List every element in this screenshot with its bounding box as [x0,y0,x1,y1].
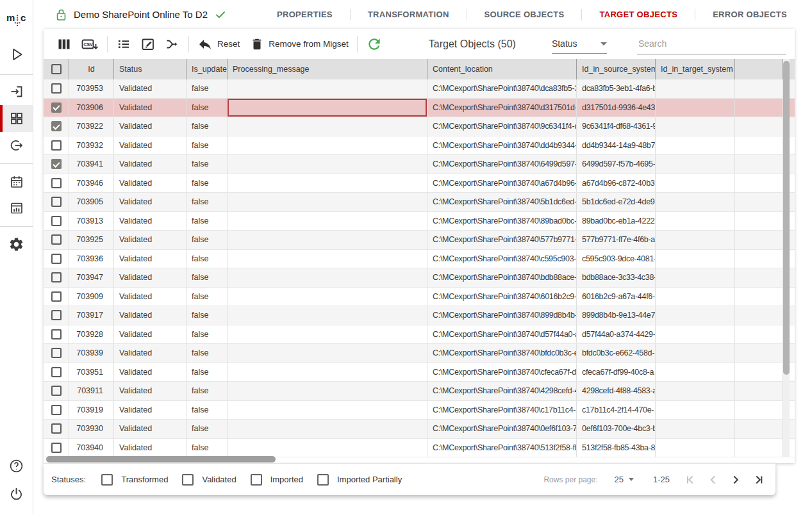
sidebar-item-help[interactable] [0,452,33,479]
row-checkbox[interactable] [51,83,62,94]
tab-target-objects[interactable]: TARGET OBJECTS [582,0,695,29]
column-header-id[interactable]: Id [69,59,114,79]
table-row[interactable]: 703917ValidatedfalseC:\MCexport\SharePoi… [44,306,795,325]
cell-blank [735,268,783,287]
row-checkbox[interactable] [51,272,62,282]
table-row[interactable]: 703941ValidatedfalseC:\MCexport\SharePoi… [44,155,795,174]
cell-id: 703930 [69,420,114,438]
row-checkbox[interactable] [51,348,62,358]
row-checkbox[interactable] [51,216,62,226]
horizontal-scrollbar-thumb[interactable] [46,456,276,462]
cell-id-in-source-system: cfeca67f-df99-40c8-a… [577,363,656,382]
prev-page-button[interactable] [705,471,722,488]
row-checkbox[interactable] [51,121,62,131]
column-settings-button[interactable] [56,37,72,52]
status-filter-imported-partially[interactable]: Imported Partially [317,474,402,486]
last-page-button[interactable] [750,471,766,488]
footer-bar: Statuses: TransformedValidatedImportedIm… [44,463,775,495]
table-row[interactable]: 703951ValidatedfalseC:\MCexport\SharePoi… [44,363,795,382]
row-checkbox[interactable] [51,367,62,377]
table-row[interactable]: 703919ValidatedfalseC:\MCexport\SharePoi… [44,401,795,420]
table-row[interactable]: 703928ValidatedfalseC:\MCexport\SharePoi… [44,325,795,345]
table-row[interactable]: 703930ValidatedfalseC:\MCexport\SharePoi… [44,420,795,439]
row-checkbox[interactable] [51,405,62,415]
vertical-scrollbar-thumb[interactable] [783,61,790,375]
tab-source-objects[interactable]: SOURCE OBJECTS [467,0,582,29]
sidebar-item-import[interactable] [0,78,33,105]
search-input[interactable] [637,34,786,54]
sidebar-item-settings[interactable] [0,231,33,258]
row-checkbox[interactable] [51,254,62,264]
column-header-status[interactable]: Status [114,59,186,79]
cell-is-update: false [186,382,228,400]
status-filter-select[interactable]: Status [552,35,607,54]
column-header-is-update[interactable]: Is_update [186,59,228,79]
status-filter-checkbox[interactable] [317,474,329,486]
sidebar-item-logout[interactable] [0,480,33,507]
column-header-id-in-source-system[interactable]: Id_in_source_system [577,59,656,79]
table-row[interactable]: 703922ValidatedfalseC:\MCexport\SharePoi… [44,117,795,136]
csv-export-button[interactable]: CSV [81,36,99,53]
tab-transformation[interactable]: TRANSFORMATION [351,0,467,29]
table-row[interactable]: 703953ValidatedfalseC:\MCexport\SharePoi… [44,79,795,99]
tab-error-objects[interactable]: ERROR OBJECTS [695,0,804,29]
sidebar-item-run[interactable] [0,41,33,68]
column-header-content-location[interactable]: Content_location [427,59,577,79]
row-checkbox[interactable] [51,159,62,169]
select-all-checkbox[interactable] [51,64,62,74]
table-row[interactable]: 703925ValidatedfalseC:\MCexport\SharePoi… [44,231,795,250]
sidebar-item-migsets[interactable] [0,105,33,132]
table-row[interactable]: 703936ValidatedfalseC:\MCexport\SharePoi… [44,250,795,269]
status-filter-checkbox[interactable] [182,474,194,486]
table-row[interactable]: 703940ValidatedfalseC:\MCexport\SharePoi… [44,439,795,458]
next-page-button[interactable] [727,471,744,488]
status-filter-checkbox[interactable] [251,474,262,486]
row-checkbox[interactable] [51,178,62,188]
toolbar-divider [107,36,108,53]
rows-per-page-select[interactable]: 25 [615,475,634,484]
row-checkbox[interactable] [51,423,62,434]
table-row[interactable]: 703946ValidatedfalseC:\MCexport\SharePoi… [44,174,795,193]
list-icon [116,37,131,52]
row-checkbox[interactable] [51,140,62,151]
row-checkbox[interactable] [51,291,62,302]
remove-from-migset-button[interactable]: Remove from Migset [250,37,349,51]
sidebar-item-reports[interactable] [0,195,33,222]
table-row[interactable]: 703909ValidatedfalseC:\MCexport\SharePoi… [44,288,795,307]
table-row[interactable]: 703911ValidatedfalseC:\MCexport\SharePoi… [44,382,795,401]
vertical-scrollbar[interactable] [783,59,790,457]
reset-button-label: Reset [217,39,240,49]
refresh-button[interactable] [366,36,383,53]
status-filter-checkbox[interactable] [101,474,113,486]
row-checkbox[interactable] [51,386,62,396]
edit-object-button[interactable] [140,37,156,52]
reset-button[interactable]: Reset [197,37,240,52]
table-row[interactable]: 703913ValidatedfalseC:\MCexport\SharePoi… [44,212,795,231]
table-row[interactable]: 703906ValidatedfalseC:\MCexport\SharePoi… [44,99,795,118]
table-row[interactable]: 703932ValidatedfalseC:\MCexport\SharePoi… [44,136,795,156]
column-header-processing-message[interactable]: Processing_message [228,59,427,79]
column-header-id-in-target-system[interactable]: Id_in_target_system [656,59,735,79]
cell-blank [735,212,783,231]
sidebar-divider [0,226,33,227]
status-filter-transformed[interactable]: Transformed [101,474,168,486]
table-row[interactable]: 703939ValidatedfalseC:\MCexport\SharePoi… [44,344,795,363]
row-checkbox[interactable] [51,329,62,339]
cell-id-in-source-system: 899d8b4b-9e13-44e7-… [577,306,656,325]
table-row[interactable]: 703905ValidatedfalseC:\MCexport\SharePoi… [44,193,795,212]
sidebar-item-scheduler[interactable] [0,168,33,195]
first-page-button[interactable] [683,471,699,488]
move-to-migset-button[interactable] [165,37,180,52]
attributes-list-button[interactable] [116,37,131,52]
row-checkbox[interactable] [51,234,62,245]
tab-properties[interactable]: PROPERTIES [260,0,350,29]
row-checkbox[interactable] [51,102,62,113]
table-row[interactable]: 703947ValidatedfalseC:\MCexport\SharePoi… [44,268,795,288]
status-filter-validated[interactable]: Validated [182,474,236,486]
row-checkbox[interactable] [51,443,62,453]
grid-dashboard-icon [9,111,24,126]
row-checkbox[interactable] [51,197,62,207]
status-filter-imported[interactable]: Imported [251,474,303,486]
row-checkbox[interactable] [51,310,62,320]
sidebar-item-export[interactable] [0,132,33,159]
